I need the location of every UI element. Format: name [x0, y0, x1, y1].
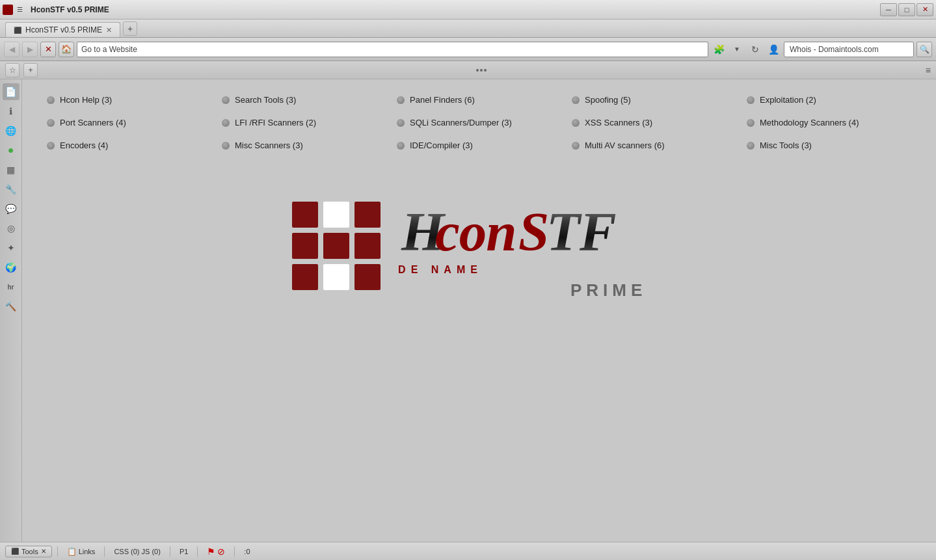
tab-icon: ⬛	[14, 27, 21, 34]
refresh-button[interactable]: ↻	[747, 42, 763, 57]
bullet-misc-scanners	[222, 142, 230, 150]
sidebar-icon-page[interactable]: 📄	[3, 83, 20, 100]
status-divider-4	[197, 546, 198, 557]
menu-item-search-tools[interactable]: Search Tools (3)	[217, 92, 392, 107]
bookmark-star-button[interactable]: ☆	[5, 63, 20, 77]
extensions-button[interactable]: 🧩	[711, 42, 727, 57]
svg-text:CODE NAME: CODE NAME	[395, 264, 483, 275]
svg-rect-2	[354, 202, 381, 228]
sidebar-icon-hr[interactable]: hr	[3, 278, 20, 295]
menu-item-misc-scanners[interactable]: Misc Scanners (3)	[217, 138, 392, 153]
svg-rect-1	[323, 202, 349, 228]
svg-text:TF: TF	[546, 201, 616, 262]
bullet-encoders	[47, 142, 55, 150]
address-text: Go to a Website	[81, 45, 137, 54]
close-button[interactable]: ✕	[916, 3, 933, 16]
extension-arrow[interactable]: ▼	[729, 42, 745, 57]
menu-item-multi-av[interactable]: Multi AV scanners (6)	[567, 138, 742, 153]
bookmarks-bar: ☆ + ≡	[0, 61, 936, 79]
sidebar-icon-circle[interactable]: ●	[3, 142, 20, 159]
label-misc-scanners: Misc Scanners (3)	[235, 140, 303, 150]
active-tab[interactable]: ⬛ HconSTF v0.5 PRIME ✕	[5, 22, 120, 37]
main-layout: 📄 ℹ 🌐 ● ▦ 🔧 💬 ◎ ✦ 🌍 hr 🔨 Hcon Help (3) S…	[0, 79, 936, 542]
p1-status: P1	[176, 548, 192, 555]
bullet-spoofing	[572, 96, 580, 104]
bullet-multi-av	[572, 142, 580, 150]
minimize-button[interactable]: ─	[880, 3, 897, 16]
status-bar: ⬛ Tools ✕ 📋 Links CSS (0) JS (0) P1 ⚑ ⊘ …	[0, 542, 936, 560]
tab-close-button[interactable]: ✕	[106, 26, 112, 34]
menu-item-ide[interactable]: IDE/Compiler (3)	[392, 138, 567, 153]
bullet-methodology	[747, 119, 755, 127]
label-port-scanners: Port Scanners (4)	[60, 118, 126, 127]
menu-item-lfi-rfi[interactable]: LFI /RFI Scanners (2)	[217, 115, 392, 130]
more-options-button[interactable]	[472, 68, 490, 73]
sidebar-icon-speech[interactable]: 💬	[3, 200, 20, 217]
svg-text:PRIME: PRIME	[570, 280, 647, 300]
search-button[interactable]: 🔍	[916, 42, 932, 57]
menu-item-hcon-help[interactable]: Hcon Help (3)	[42, 92, 217, 107]
reload-button[interactable]: ✕	[40, 42, 56, 57]
sidebar-icon-globe2[interactable]: 🌍	[3, 259, 20, 276]
label-search-tools: Search Tools (3)	[235, 95, 296, 105]
bullet-misc-tools	[747, 142, 755, 150]
add-bookmark-button[interactable]: +	[23, 63, 38, 77]
menu-item-sqli[interactable]: SQLi Scanners/Dumper (3)	[392, 115, 567, 130]
css-js-status: CSS (0) JS (0)	[110, 548, 165, 555]
address-bar[interactable]: Go to a Website	[77, 42, 708, 57]
bullet-search-tools	[222, 96, 230, 104]
forward-button[interactable]: ▶	[22, 42, 38, 57]
p1-label: P1	[180, 548, 188, 555]
menu-item-port-scanners[interactable]: Port Scanners (4)	[42, 115, 217, 130]
back-button[interactable]: ◀	[4, 42, 20, 57]
nav-bar: ◀ ▶ ✕ 🏠 Go to a Website 🧩 ▼ ↻ 👤 Whois - …	[0, 38, 936, 61]
tab-bar: ⬛ HconSTF v0.5 PRIME ✕ +	[0, 20, 936, 38]
menu-item-methodology[interactable]: Methodology Scanners (4)	[742, 115, 916, 130]
flag-icons: ⚑ ⊘	[203, 546, 229, 557]
menu-icon[interactable]: ☰	[17, 6, 23, 13]
bullet-port-scanners	[47, 119, 55, 127]
sidebar: 📄 ℹ 🌐 ● ▦ 🔧 💬 ◎ ✦ 🌍 hr 🔨	[0, 79, 22, 542]
sidebar-icon-tools[interactable]: 🔧	[3, 181, 20, 198]
title-bar: ☰ HconSTF v0.5 PRIME ─ □ ✕	[0, 0, 936, 20]
bullet-ide	[397, 142, 405, 150]
bullet-panel-finders	[397, 96, 405, 104]
app-icon	[3, 5, 13, 15]
label-encoders: Encoders (4)	[60, 140, 108, 150]
new-tab-button[interactable]: +	[123, 21, 137, 36]
sidebar-icon-target[interactable]: ◎	[3, 220, 20, 237]
menu-item-spoofing[interactable]: Spoofing (5)	[567, 92, 742, 107]
menu-item-misc-tools[interactable]: Misc Tools (3)	[742, 138, 916, 153]
sidebar-icon-star[interactable]: ✦	[3, 239, 20, 256]
bullet-xss	[572, 119, 580, 127]
label-spoofing: Spoofing (5)	[585, 95, 631, 105]
window-title: HconSTF v0.5 PRIME	[31, 5, 876, 14]
sidebar-icon-info[interactable]: ℹ	[3, 103, 20, 120]
label-ide: IDE/Compiler (3)	[410, 140, 473, 150]
whois-bar[interactable]: Whois - Domaintools.com	[784, 42, 914, 57]
taskbar-button[interactable]: ⬛ Tools ✕	[5, 546, 52, 557]
home-button[interactable]: 🏠	[59, 42, 74, 57]
links-label: Links	[79, 548, 96, 555]
menu-item-panel-finders[interactable]: Panel Finders (6)	[392, 92, 567, 107]
status-divider-5	[234, 546, 235, 557]
label-hcon-help: Hcon Help (3)	[60, 95, 112, 105]
logo-grid-graphic	[291, 200, 382, 294]
sidebar-icon-grid[interactable]: ▦	[3, 161, 20, 178]
svg-rect-0	[292, 202, 318, 228]
links-status: 📋 Links	[63, 547, 100, 556]
sidebar-icon-globe[interactable]: 🌐	[3, 122, 20, 139]
bullet-lfi-rfi	[222, 119, 230, 127]
label-sqli: SQLi Scanners/Dumper (3)	[410, 118, 512, 127]
taskbar-label: Tools	[21, 548, 38, 555]
counter-status: :0	[240, 548, 254, 555]
menu-item-xss[interactable]: XSS Scanners (3)	[567, 115, 742, 130]
svg-rect-8	[354, 264, 381, 290]
css-js-label: CSS (0) JS (0)	[114, 548, 161, 555]
sidebar-toggle[interactable]: ≡	[926, 65, 931, 75]
maximize-button[interactable]: □	[898, 3, 915, 16]
menu-item-exploitation[interactable]: Exploitation (2)	[742, 92, 916, 107]
status-divider-3	[170, 546, 170, 557]
menu-item-encoders[interactable]: Encoders (4)	[42, 138, 217, 153]
sidebar-icon-wrench[interactable]: 🔨	[3, 298, 20, 315]
